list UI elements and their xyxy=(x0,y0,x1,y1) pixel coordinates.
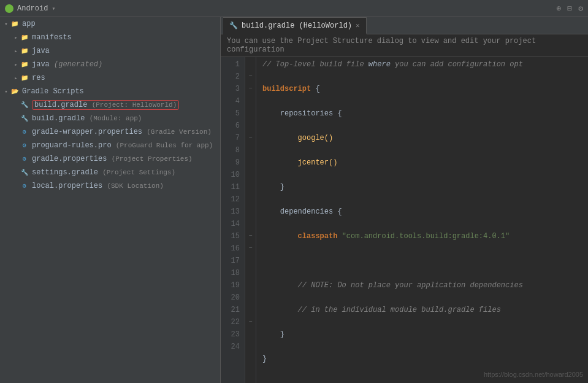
tab-build-gradle[interactable]: 🔧 build.gradle (HelloWorld) ✕ xyxy=(223,17,367,34)
sidebar-item-gradle-wrapper[interactable]: ⚙ gradle-wrapper.properties (Gradle Vers… xyxy=(0,125,220,139)
code-line-8: classpath "com.android.tools.build:gradl… xyxy=(262,230,588,242)
proguard-icon: ⚙ xyxy=(20,141,29,150)
code-line-1: // Top-level build file where you can ad… xyxy=(262,58,588,71)
folder-icon-app: 📁 xyxy=(10,19,20,29)
android-icon xyxy=(5,4,13,13)
globe-icon[interactable]: ⊕ xyxy=(557,4,562,14)
project-label: Android xyxy=(17,4,48,13)
sidebar-item-build-gradle-app[interactable]: 🔧 build.gradle (Module: app) xyxy=(0,112,220,125)
sidebar-item-local-properties[interactable]: ⚙ local.properties (SDK Location) xyxy=(0,179,220,193)
arrow-res xyxy=(12,74,20,82)
fold-column: − − − − − xyxy=(245,57,256,383)
label-build-gradle-app: build.gradle (Module: app) xyxy=(32,114,142,123)
sidebar-item-java-generated[interactable]: 📁 java (generated) xyxy=(0,58,220,71)
gradle-icon-build-app: 🔧 xyxy=(20,114,29,123)
code-line-9 xyxy=(262,255,588,267)
title-bar: Android ▾ ⊕ ⊟ ⚙ xyxy=(0,0,588,17)
folder-icon-gradle: 📂 xyxy=(10,87,20,96)
folder-icon-java-gen: 📁 xyxy=(20,60,29,69)
title-bar-left: Android ▾ xyxy=(5,4,55,13)
gear-icon[interactable]: ⚙ xyxy=(578,4,583,14)
code-line-10: // NOTE: Do not place your application d… xyxy=(262,279,588,292)
title-icons: ⊕ ⊟ ⚙ xyxy=(557,4,583,14)
label-java: java xyxy=(32,47,50,55)
folder-icon-manifests: 📁 xyxy=(20,33,29,42)
code-line-12: } xyxy=(262,328,588,341)
code-area[interactable]: // Top-level build file where you can ad… xyxy=(256,57,588,383)
label-local-properties: local.properties (SDK Location) xyxy=(32,182,164,190)
folder-icon-res: 📁 xyxy=(20,73,29,83)
gradle-icon-build-project: 🔧 xyxy=(20,100,29,110)
sidebar: 📁 app 📁 manifests 📁 java 📁 java (generat… xyxy=(0,17,221,383)
code-line-14 xyxy=(262,377,588,383)
sidebar-item-proguard[interactable]: ⚙ proguard-rules.pro (ProGuard Rules for… xyxy=(0,139,220,152)
arrow-java xyxy=(12,47,20,55)
tab-gradle-icon: 🔧 xyxy=(229,21,238,29)
arrow-app xyxy=(2,20,10,28)
main-area: 📁 app 📁 manifests 📁 java 📁 java (generat… xyxy=(0,17,588,383)
gradle-wrapper-icon: ⚙ xyxy=(20,127,29,137)
tab-label: build.gradle (HelloWorld) xyxy=(242,21,352,30)
sidebar-item-build-gradle-project[interactable]: 🔧 build.gradle (Project: HelloWorld) xyxy=(0,98,220,112)
info-bar: You can use the Project Structure dialog… xyxy=(221,34,588,57)
code-line-3: repositories { xyxy=(262,107,588,120)
code-line-4: google() xyxy=(262,132,588,144)
label-settings-gradle: settings.gradle (Project Settings) xyxy=(32,168,175,177)
code-line-5: jcenter() xyxy=(262,157,588,169)
label-build-gradle-project: build.gradle (Project: HelloWorld) xyxy=(32,100,179,110)
local-properties-icon: ⚙ xyxy=(20,181,29,191)
code-line-2: buildscript { xyxy=(262,83,588,95)
sidebar-item-gradle-properties[interactable]: ⚙ gradle.properties (Project Properties) xyxy=(0,152,220,166)
info-text: You can use the Project Structure dialog… xyxy=(227,37,536,54)
sidebar-item-settings-gradle[interactable]: 🔧 settings.gradle (Project Settings) xyxy=(0,166,220,179)
label-app: app xyxy=(22,20,36,28)
tab-bar: 🔧 build.gradle (HelloWorld) ✕ xyxy=(221,17,588,34)
label-java-gen: java (generated) xyxy=(32,60,102,69)
code-line-7: dependencies { xyxy=(262,206,588,218)
code-line-13: } xyxy=(262,353,588,365)
project-dropdown-arrow[interactable]: ▾ xyxy=(52,5,55,12)
label-gradle-properties: gradle.properties (Project Properties) xyxy=(32,155,193,163)
sidebar-item-app[interactable]: 📁 app xyxy=(0,17,220,31)
code-line-11: // in the individual module build.gradle… xyxy=(262,304,588,316)
editor-content[interactable]: 1 2 3 4 5 6 7 8 9 10 11 12 13 14 15 16 1 xyxy=(221,57,588,383)
arrow-gradle xyxy=(2,88,10,95)
editor-wrapper: 🔧 build.gradle (HelloWorld) ✕ You can us… xyxy=(221,17,588,383)
settings-gradle-icon: 🔧 xyxy=(20,168,29,177)
settings-bars-icon[interactable]: ⊟ xyxy=(567,4,572,14)
gradle-props-icon: ⚙ xyxy=(20,154,29,164)
tab-close-button[interactable]: ✕ xyxy=(356,21,360,29)
sidebar-item-res[interactable]: 📁 res xyxy=(0,71,220,85)
sidebar-item-java[interactable]: 📁 java xyxy=(0,44,220,58)
arrow-manifests xyxy=(12,34,20,41)
label-proguard: proguard-rules.pro (ProGuard Rules for a… xyxy=(32,141,213,150)
label-res: res xyxy=(32,74,45,82)
code-line-6: } xyxy=(262,181,588,193)
watermark: https://blog.csdn.net/howard2005 xyxy=(484,371,583,378)
label-manifests: manifests xyxy=(32,33,72,42)
line-numbers: 1 2 3 4 5 6 7 8 9 10 11 12 13 14 15 16 1 xyxy=(221,57,245,383)
sidebar-item-gradle-scripts[interactable]: 📂 Gradle Scripts xyxy=(0,85,220,98)
label-gradle-scripts: Gradle Scripts xyxy=(22,87,84,96)
editor-container: 1 2 3 4 5 6 7 8 9 10 11 12 13 14 15 16 1 xyxy=(221,57,588,383)
arrow-java-gen xyxy=(12,61,20,68)
folder-icon-java: 📁 xyxy=(20,46,29,56)
label-gradle-wrapper: gradle-wrapper.properties (Gradle Versio… xyxy=(32,128,212,136)
sidebar-item-manifests[interactable]: 📁 manifests xyxy=(0,31,220,44)
